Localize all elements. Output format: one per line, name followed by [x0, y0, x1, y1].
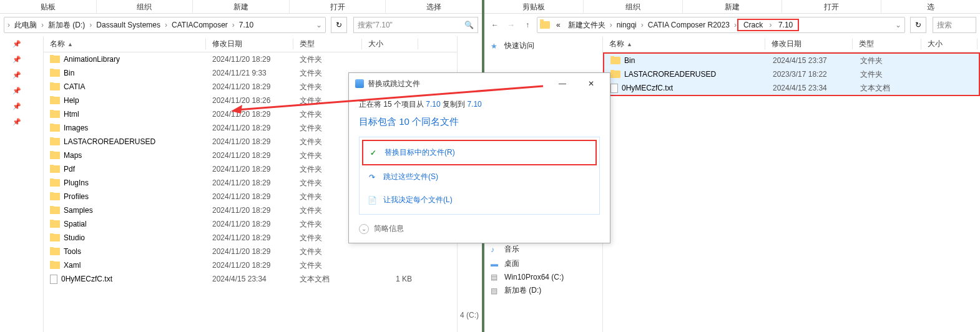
col-size[interactable]: 大小 — [362, 39, 418, 49]
refresh-button[interactable]: ↻ — [910, 17, 926, 33]
pin-icon: 📌 — [0, 99, 43, 114]
column-headers: 名称▲ 修改日期 类型 大小 — [44, 36, 457, 52]
crumb-prefix[interactable]: « — [552, 21, 564, 29]
search-input-right[interactable]: 搜索 — [933, 17, 976, 33]
ribbon-tab[interactable]: 新建 — [683, 0, 782, 13]
close-button[interactable]: ✕ — [579, 77, 604, 90]
crumb[interactable]: 新加卷 (D:) — [44, 20, 89, 31]
tree-quick-access[interactable]: 快速访问 — [484, 39, 602, 53]
crumb[interactable]: 此电脑 — [11, 20, 41, 31]
file-name: Studio — [64, 233, 85, 242]
chevron-right-icon: › — [769, 21, 773, 29]
file-type: 文件夹 — [854, 69, 923, 80]
crumb[interactable]: 新建文件夹 — [564, 20, 609, 31]
check-icon — [368, 148, 378, 158]
crumb[interactable]: ningqi — [613, 21, 640, 29]
file-name: LASTACROREADERUSED — [624, 70, 716, 79]
ribbon-tab[interactable]: 打开 — [290, 0, 386, 13]
file-row[interactable]: Bin2024/4/15 23:37文件夹 — [604, 54, 979, 67]
ribbon-tab[interactable]: 新建 — [193, 0, 290, 13]
ribbon-tab[interactable]: 选 — [881, 0, 980, 13]
file-name: Profiles — [64, 192, 89, 201]
col-name[interactable]: 名称▲ — [603, 39, 765, 49]
crumb[interactable]: 7.10 — [775, 21, 796, 29]
file-name: 0HyMECzfC.txt — [61, 275, 112, 283]
crumb[interactable]: 7.10 — [235, 21, 257, 29]
tree-drive-c[interactable]: Win10Prox64 (C:) — [484, 271, 602, 283]
chevron-down-icon[interactable]: ⌄ — [315, 21, 323, 29]
decide-option[interactable]: 让我决定每个文件(L) — [362, 188, 597, 212]
folder-icon — [50, 83, 60, 90]
back-button[interactable]: ← — [488, 18, 502, 32]
file-name: Samples — [64, 206, 93, 215]
breadcrumb-left[interactable]: › 此电脑 › 新加卷 (D:) › Dassault Systemes › C… — [4, 17, 326, 33]
crumb[interactable]: CATIAComposer — [168, 21, 232, 29]
file-name: Bin — [624, 56, 635, 65]
pin-icon: 📌 — [0, 67, 43, 83]
file-row[interactable]: LASTACROREADERUSED2023/3/17 18:22文件夹 — [604, 67, 979, 81]
col-date[interactable]: 修改日期 — [765, 39, 853, 49]
skip-option[interactable]: 跳过这些文件(S) — [362, 165, 597, 188]
file-date: 2024/11/20 18:29 — [206, 261, 293, 270]
tree-desktop[interactable]: 桌面 — [484, 256, 602, 271]
file-name: LASTACROREADERUSED — [64, 137, 155, 146]
file-date: 2024/11/20 18:29 — [206, 82, 293, 91]
tree-drive-d[interactable]: 新加卷 (D:) — [484, 283, 602, 298]
file-type: 文件夹 — [293, 247, 362, 257]
crumb[interactable]: Crack — [740, 21, 767, 29]
sort-asc-icon: ▲ — [627, 41, 632, 47]
forward-button[interactable]: → — [504, 18, 518, 32]
file-date: 2024/11/20 18:29 — [206, 178, 293, 187]
ribbon-tab[interactable]: 选择 — [386, 0, 482, 13]
file-row[interactable]: 0HyMECzfC.txt2024/4/15 23:34文本文档1 KB — [44, 272, 457, 286]
folder-icon — [50, 234, 60, 242]
breadcrumb-right[interactable]: « 新建文件夹 › ningqi › CATIA Composer R2023 … — [537, 17, 905, 33]
folder-icon — [50, 220, 60, 228]
star-icon — [491, 42, 501, 51]
file-name: Xaml — [64, 261, 81, 270]
folder-icon — [50, 248, 60, 255]
file-name: PlugIns — [64, 178, 89, 187]
file-name: Spatial — [64, 220, 87, 228]
tree-music[interactable]: 音乐 — [484, 242, 602, 256]
file-date: 2024/11/20 18:29 — [206, 192, 293, 201]
replace-option[interactable]: 替换目标中的文件(R) — [362, 140, 597, 165]
file-icon — [610, 84, 618, 93]
ribbon-tabs-right: 剪贴板 组织 新建 打开 选 — [484, 0, 980, 14]
file-date: 2024/4/15 23:37 — [767, 56, 854, 65]
ribbon-tab[interactable]: 组织 — [97, 0, 194, 13]
pin-icon: 📌 — [0, 114, 43, 130]
file-date: 2024/11/20 18:29 — [206, 151, 293, 160]
crumb[interactable]: CATIA Composer R2023 — [644, 21, 733, 29]
search-input-left[interactable]: 搜索"7.10" 🔍 — [353, 17, 478, 33]
col-date[interactable]: 修改日期 — [206, 39, 293, 49]
search-icon: 🔍 — [464, 21, 474, 29]
dialog-titlebar[interactable]: 替换或跳过文件 ― ✕ — [349, 73, 610, 94]
file-row[interactable]: Xaml2024/11/20 18:29文件夹 — [44, 258, 457, 272]
file-date: 2024/11/20 18:29 — [206, 110, 293, 119]
refresh-button[interactable]: ↻ — [331, 17, 347, 33]
file-date: 2024/11/20 18:29 — [206, 137, 293, 146]
minimize-button[interactable]: ― — [550, 77, 575, 90]
folder-icon — [50, 207, 60, 214]
file-row[interactable]: Tools2024/11/20 18:29文件夹 — [44, 245, 457, 258]
ribbon-tab[interactable]: 组织 — [584, 0, 683, 13]
chevron-down-icon[interactable]: ⌄ — [894, 21, 902, 29]
file-row[interactable]: AnimationLibrary2024/11/20 18:29文件夹 — [44, 52, 457, 66]
crumb[interactable]: Dassault Systemes — [92, 21, 164, 29]
ribbon-tab[interactable]: 贴板 — [0, 0, 97, 13]
col-type[interactable]: 类型 — [853, 39, 921, 49]
col-name[interactable]: 名称▲ — [44, 39, 206, 49]
less-info-toggle[interactable]: 简略信息 — [359, 223, 600, 234]
col-size[interactable]: 大小 — [921, 39, 978, 49]
file-row[interactable]: 0HyMECzfC.txt2024/4/15 23:34文本文档 — [604, 81, 979, 95]
col-type[interactable]: 类型 — [293, 39, 362, 49]
ribbon-tab[interactable]: 打开 — [782, 0, 881, 13]
ribbon-tab[interactable]: 剪贴板 — [484, 0, 584, 13]
file-date: 2024/4/15 23:34 — [206, 275, 293, 283]
folder-icon — [50, 97, 60, 104]
dialog-heading: 目标包含 10 个同名文件 — [359, 116, 600, 128]
column-headers: 名称▲ 修改日期 类型 大小 — [603, 36, 980, 52]
drive-icon — [491, 286, 501, 295]
up-button[interactable]: ↑ — [521, 18, 534, 32]
